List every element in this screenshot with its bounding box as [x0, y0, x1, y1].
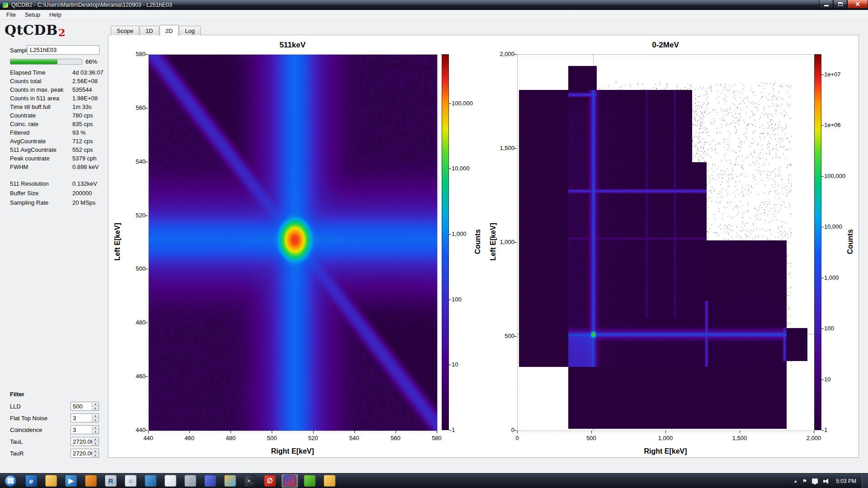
spin-value: 2720.00 [71, 449, 92, 457]
peak-heatmap-canvas[interactable] [148, 54, 438, 431]
tick-mark [449, 300, 451, 300]
stat-row: Counts in max. peak535544 [10, 86, 104, 95]
notepad-icon[interactable]: ≡ [123, 474, 139, 488]
gray-app-icon[interactable] [182, 474, 198, 488]
colorbar-tick-label: 1e+07 [824, 71, 860, 78]
spin-down-button[interactable]: ▼ [92, 454, 99, 458]
x-tick-label: 540 [339, 435, 370, 441]
spinner: ▲▼ [92, 449, 99, 457]
folder-2-icon[interactable] [321, 474, 338, 488]
show-desktop-button[interactable] [862, 474, 868, 488]
tick-mark [189, 431, 190, 433]
taskbar-clock[interactable]: 5:03 PM [836, 478, 856, 484]
action-center-icon[interactable]: ⚑ [802, 478, 807, 484]
stat-value: 1m 33s [72, 103, 104, 112]
spin-down-button[interactable]: ▼ [92, 430, 99, 434]
y-axis-label-peak: Left E[keV] [113, 197, 122, 287]
stat-row: Filtered93 % [10, 129, 104, 138]
hidden-icons-arrow[interactable]: ▴ [794, 478, 797, 484]
coincidence-input[interactable]: 3▲▼ [71, 425, 99, 434]
tab-bar: Scope1D2DLog [111, 25, 201, 35]
plot-title-full: 0-2MeV [517, 41, 814, 50]
y-axis-label-full: Left E[keV] [489, 197, 497, 287]
purple-media-icon[interactable] [202, 474, 218, 488]
stat-value: 0.132keV [72, 180, 104, 190]
x-tick-label: 500 [256, 435, 288, 441]
taul-input[interactable]: 2720.00▲▼ [71, 437, 99, 446]
tab-scope[interactable]: Scope [111, 26, 139, 35]
r-console-icon[interactable]: R [103, 474, 119, 488]
flat-top-noise-input[interactable]: 3▲▼ [71, 413, 99, 422]
x-axis-label-full: Right E[keV] [517, 447, 814, 455]
stat-label: Counts total [10, 78, 72, 86]
stat-value: 535544 [72, 86, 104, 95]
tab-1d[interactable]: 1D [140, 26, 159, 35]
title-bar: QtCDB2 - C:\Users\Martin\Desktop\Merania… [0, 0, 868, 10]
full-heatmap-canvas[interactable] [517, 54, 815, 431]
menu-file[interactable]: File [2, 10, 20, 19]
blue-app-icon[interactable] [142, 474, 159, 488]
spinner: ▲▼ [92, 414, 99, 422]
lld-input[interactable]: 500▲▼ [71, 402, 99, 411]
image-viewer-icon[interactable] [222, 474, 238, 488]
filter-field-label: LLD [10, 403, 21, 410]
tick-mark [517, 431, 518, 433]
start-button[interactable] [5, 475, 17, 487]
filter-field-label: TauL [10, 438, 23, 445]
y-tick-label: 540 [119, 158, 146, 165]
spin-up-button[interactable]: ▲ [92, 426, 99, 430]
maximize-button[interactable] [833, 0, 847, 9]
volume-icon[interactable] [823, 479, 830, 484]
stat-label: Peak countrate [10, 155, 72, 164]
folder-explorer-icon[interactable] [43, 474, 59, 488]
qtcdb-app-icon[interactable] [282, 474, 298, 488]
terminal-icon[interactable]: >_ [242, 474, 258, 488]
x-tick-label: 1,000 [650, 435, 681, 441]
y-tick-label: 480 [119, 319, 146, 326]
sample-row: Sample L251hE03 [10, 45, 100, 55]
blocked-red-icon[interactable]: ∅ [262, 474, 278, 488]
spin-value: 3 [71, 426, 92, 434]
tick-mark [821, 75, 824, 75]
progress-fill [10, 59, 57, 64]
colorbar-tick-label: 100,000 [452, 100, 488, 107]
close-button[interactable]: ✕ [847, 0, 868, 9]
x-tick-label: 580 [421, 435, 453, 441]
menu-help[interactable]: Help [45, 10, 66, 19]
x-tick-label: 520 [297, 435, 329, 441]
spin-up-button[interactable]: ▲ [92, 437, 99, 442]
stat-value: 4d 03:36:07 [72, 69, 104, 78]
menu-setup[interactable]: Setup [20, 10, 45, 19]
y-tick-label: 1,500 [488, 145, 514, 151]
spin-up-button[interactable]: ▲ [92, 449, 99, 454]
y-tick-label: 500 [119, 265, 146, 272]
green-app-icon[interactable] [302, 474, 318, 488]
colorbar-tick-label: 1,000 [824, 274, 860, 281]
document-icon[interactable] [162, 474, 179, 488]
tab-log[interactable]: Log [179, 26, 201, 35]
spin-down-button[interactable]: ▼ [92, 442, 99, 446]
colorbar-full [814, 54, 821, 430]
media-player-icon[interactable]: ▶ [63, 474, 79, 488]
sample-input[interactable]: L251hE03 [27, 45, 99, 55]
tick-mark [665, 431, 666, 433]
tick-mark [821, 278, 824, 278]
minimize-button[interactable] [819, 0, 833, 9]
stat-value: 1.98E+08 [72, 95, 104, 103]
internet-explorer-icon[interactable]: e [23, 474, 39, 488]
spin-up-button[interactable]: ▲ [92, 414, 99, 418]
x-tick-label: 2,000 [798, 435, 830, 441]
network-icon[interactable] [812, 479, 818, 483]
spin-up-button[interactable]: ▲ [92, 402, 99, 407]
tick-mark [145, 54, 148, 55]
colorbar-tick-label: 100,000 [824, 173, 860, 179]
close-icon: ✕ [855, 1, 860, 7]
orange-app-icon[interactable] [83, 474, 99, 488]
tick-mark [814, 431, 814, 433]
spin-down-button[interactable]: ▼ [92, 407, 99, 411]
taur-input[interactable]: 2720.00▲▼ [71, 449, 99, 458]
spin-down-button[interactable]: ▼ [92, 418, 99, 422]
tab-2d[interactable]: 2D [160, 25, 179, 36]
y-tick-label: 580 [119, 51, 146, 57]
tick-mark [437, 431, 437, 433]
